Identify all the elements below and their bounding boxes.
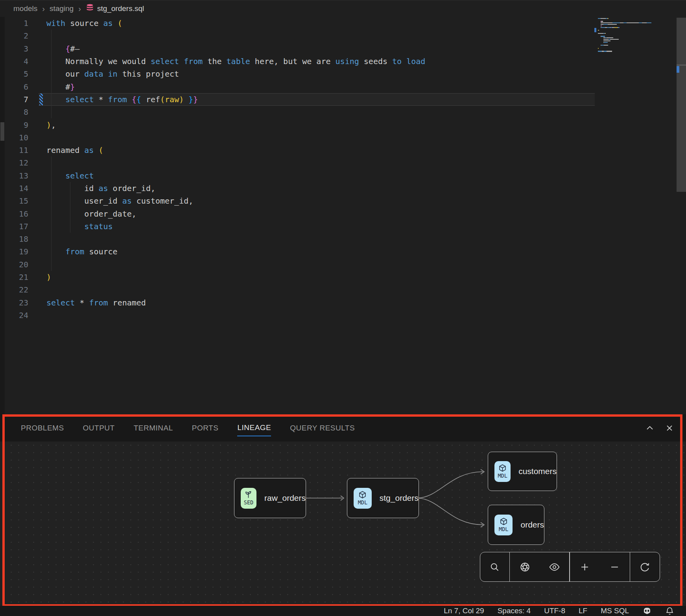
tab-ports[interactable]: PORTS — [192, 424, 219, 432]
maximize-panel-button[interactable] — [645, 423, 655, 433]
line-number[interactable]: 16 — [0, 209, 39, 219]
code-line-10[interactable]: 10 — [0, 131, 686, 144]
line-number[interactable]: 11 — [0, 145, 39, 155]
line-number[interactable]: 14 — [0, 184, 39, 193]
encoding[interactable]: UTF-8 — [544, 607, 565, 615]
line-number[interactable]: 7 — [0, 95, 39, 104]
code-line-19[interactable]: 19 from source — [0, 245, 686, 258]
line-number[interactable]: 13 — [0, 171, 39, 180]
minimap[interactable] — [594, 18, 675, 69]
code-line-18[interactable]: 18 — [0, 233, 686, 245]
visibility-button[interactable] — [540, 562, 569, 572]
code-line-14[interactable]: 14 id as order_id, — [0, 182, 686, 195]
code-editor[interactable]: 1with source as (23 {#–4 Normally we wou… — [0, 17, 686, 414]
vscode-window: models › staging › stg_orders.sql 1with … — [0, 0, 686, 616]
line-number[interactable]: 10 — [0, 133, 39, 142]
editor-scrollbar[interactable] — [677, 18, 686, 192]
breadcrumb-item-staging[interactable]: staging — [50, 4, 74, 13]
line-number[interactable]: 20 — [0, 260, 39, 269]
code-line-21[interactable]: 21) — [0, 271, 686, 283]
code-line-3[interactable]: 3 {#– — [0, 42, 686, 55]
breadcrumb-file[interactable]: stg_orders.sql — [86, 4, 144, 14]
code-line-16[interactable]: 16 order_date, — [0, 207, 686, 220]
tab-terminal[interactable]: TERMINAL — [134, 424, 173, 432]
code-text: our data in this project — [39, 69, 179, 79]
tab-query-results[interactable]: QUERY RESULTS — [290, 424, 355, 432]
eol-setting[interactable]: LF — [579, 607, 587, 615]
line-number[interactable]: 1 — [0, 18, 39, 28]
code-line-2[interactable]: 2 — [0, 29, 686, 42]
indentation-setting[interactable]: Spaces: 4 — [498, 607, 531, 615]
code-line-24[interactable]: 24 — [0, 309, 686, 322]
search-button[interactable] — [480, 562, 509, 572]
zoom-out-button[interactable] — [600, 562, 630, 572]
line-number[interactable]: 6 — [0, 82, 39, 92]
code-line-20[interactable]: 20 — [0, 258, 686, 271]
line-number[interactable]: 23 — [0, 298, 39, 307]
line-number[interactable]: 19 — [0, 247, 39, 256]
lineage-node-customers[interactable]: MDL customers — [488, 452, 557, 491]
lineage-node-stg-orders[interactable]: MDL stg_orders — [347, 478, 419, 518]
badge-label: MDL — [498, 473, 507, 479]
refresh-button[interactable] — [630, 562, 660, 572]
code-line-23[interactable]: 23select * from renamed — [0, 296, 686, 309]
line-number[interactable]: 17 — [0, 222, 39, 231]
chevron-up-icon — [645, 423, 655, 433]
notifications-button[interactable] — [665, 607, 674, 616]
code-line-22[interactable]: 22 — [0, 283, 686, 296]
line-number[interactable]: 18 — [0, 234, 39, 244]
code-text: user_id as customer_id, — [39, 196, 193, 206]
cursor-position[interactable]: Ln 7, Col 29 — [444, 607, 484, 615]
bell-icon — [665, 607, 674, 616]
node-label: raw_orders — [264, 493, 306, 503]
panel-tab-bar: PROBLEMS OUTPUT TERMINAL PORTS LINEAGE Q… — [0, 414, 686, 441]
code-text: Normally we would select from the table … — [39, 57, 425, 66]
line-number[interactable]: 24 — [0, 311, 39, 320]
code-text: {#– — [39, 44, 79, 53]
indent-guide — [51, 106, 52, 118]
code-line-8[interactable]: 8 — [0, 106, 686, 118]
aperture-button[interactable] — [510, 562, 539, 572]
tab-output[interactable]: OUTPUT — [83, 424, 115, 432]
copilot-button[interactable] — [642, 606, 652, 616]
code-line-17[interactable]: 17 status — [0, 220, 686, 233]
code-line-4[interactable]: 4 Normally we would select from the tabl… — [0, 55, 686, 68]
code-line-6[interactable]: 6 #} — [0, 80, 686, 93]
seed-badge: SED — [241, 488, 256, 509]
language-mode[interactable]: MS SQL — [601, 607, 629, 615]
line-number[interactable]: 8 — [0, 107, 39, 117]
line-number[interactable]: 9 — [0, 120, 39, 130]
zoom-in-button[interactable] — [570, 562, 600, 572]
node-label: stg_orders — [380, 493, 419, 503]
tab-problems[interactable]: PROBLEMS — [21, 424, 64, 432]
code-line-11[interactable]: 11renamed as ( — [0, 144, 686, 156]
code-line-5[interactable]: 5 our data in this project — [0, 68, 686, 80]
plus-icon — [579, 562, 590, 572]
lineage-node-raw-orders[interactable]: SED raw_orders — [234, 478, 306, 518]
breadcrumb-item-models[interactable]: models — [13, 4, 37, 13]
line-number[interactable]: 21 — [0, 272, 39, 282]
code-line-12[interactable]: 12 — [0, 156, 686, 169]
code-line-15[interactable]: 15 user_id as customer_id, — [0, 195, 686, 207]
status-bar: Ln 7, Col 29 Spaces: 4 UTF-8 LF MS SQL — [0, 606, 686, 616]
close-icon — [665, 423, 674, 433]
line-number[interactable]: 2 — [0, 31, 39, 40]
line-number[interactable]: 22 — [0, 285, 39, 294]
close-panel-button[interactable] — [665, 423, 674, 433]
tab-lineage[interactable]: LINEAGE — [237, 423, 271, 436]
lineage-canvas[interactable]: SED raw_orders MDL stg_orders — [0, 441, 686, 607]
lineage-node-orders[interactable]: MDL orders — [488, 505, 544, 545]
line-number[interactable]: 15 — [0, 196, 39, 206]
refresh-icon — [640, 562, 650, 572]
code-text: #} — [39, 82, 75, 92]
code-line-13[interactable]: 13 select — [0, 169, 686, 182]
line-number[interactable]: 3 — [0, 44, 39, 53]
line-number[interactable]: 5 — [0, 69, 39, 79]
code-line-9[interactable]: 9), — [0, 118, 686, 131]
line-number[interactable]: 4 — [0, 57, 39, 66]
search-icon — [489, 562, 500, 572]
code-line-7[interactable]: 7 select * from {{ ref(raw) }} — [0, 93, 686, 106]
code-line-1[interactable]: 1with source as ( — [0, 17, 686, 29]
line-number[interactable]: 12 — [0, 158, 39, 167]
cube-icon — [498, 464, 507, 472]
